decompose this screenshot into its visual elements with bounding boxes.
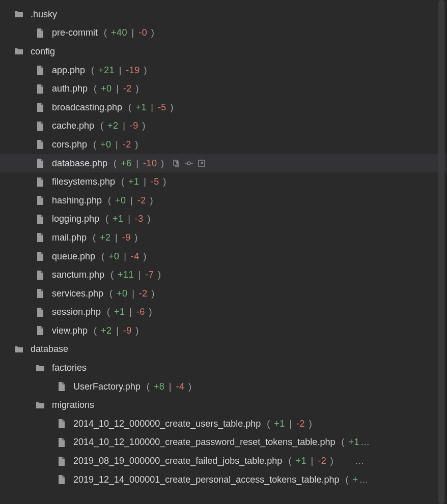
file-row[interactable]: 2014_10_12_100000_create_password_reset_… <box>0 433 446 452</box>
file-name: database.php <box>52 158 107 169</box>
file-row[interactable]: mail.php( +2 | -9 ) <box>0 228 446 247</box>
file-row[interactable]: 2014_10_12_000000_create_users_table.php… <box>0 414 446 433</box>
file-name: app.php <box>52 65 85 76</box>
file-row[interactable]: UserFactory.php( +8 | -4 ) <box>0 377 446 396</box>
separator: | <box>116 139 118 150</box>
folder-row[interactable]: database <box>0 340 446 359</box>
deletions: -10 <box>143 158 157 168</box>
paren-close: ) <box>142 121 146 131</box>
deletions: -5 <box>151 176 159 187</box>
diff-stats: ( +40 | -0 ) <box>103 27 155 38</box>
file-row[interactable]: view.php( +2 | -9 ) <box>0 321 446 340</box>
additions: +2 <box>107 121 119 131</box>
folder-icon <box>35 363 46 374</box>
paren-close: ) <box>161 158 164 168</box>
paren-open: ( <box>101 251 105 261</box>
folder-row[interactable]: config <box>0 42 446 61</box>
deletions: -2 <box>139 288 148 299</box>
file-row[interactable]: cache.php( +2 | -9 ) <box>0 117 446 136</box>
folder-name: .husky <box>31 9 57 20</box>
file-row[interactable]: pre-commit( +40 | -0 ) <box>0 24 446 43</box>
separator: | <box>169 381 172 392</box>
file-row[interactable]: filesystems.php( +1 | -5 ) <box>0 172 446 191</box>
diff-stats: ( +0 | -2 ) <box>107 195 154 206</box>
svg-point-1 <box>187 162 190 165</box>
folder-icon <box>13 344 24 355</box>
diff-stats: ( +2 | -9 ) <box>93 325 140 336</box>
diff-stats: ( +1 | -6 ) <box>106 307 153 317</box>
file-row[interactable]: 2019_12_14_000001_create_personal_access… <box>0 470 446 489</box>
file-row[interactable]: database.php( +6 | -10 ) <box>0 154 446 173</box>
deletions: -9 <box>130 121 138 131</box>
separator: | <box>129 307 132 317</box>
file-name: 2019_12_14_000001_create_personal_access… <box>73 475 339 485</box>
additions: +1 <box>128 176 139 187</box>
deletions: -3 <box>135 214 144 224</box>
copy-path-icon[interactable] <box>172 159 180 167</box>
paren-open: ( <box>93 232 96 243</box>
folder-row[interactable]: .husky <box>0 5 446 24</box>
separator: | <box>116 83 119 94</box>
folder-icon <box>13 9 24 20</box>
deletions: -4 <box>131 251 139 261</box>
folder-name: migrations <box>52 400 94 410</box>
file-icon <box>35 288 46 299</box>
folder-row[interactable]: migrations <box>0 396 446 414</box>
paren-open: ( <box>110 270 114 280</box>
file-row[interactable]: cors.php( +0 | -2 ) <box>0 135 446 154</box>
deletions: -2 <box>296 419 305 429</box>
paren-close: ) <box>330 456 334 466</box>
file-name: session.php <box>52 307 101 317</box>
file-name: 2019_08_19_000000_create_failed_jobs_tab… <box>73 456 282 466</box>
file-row[interactable]: session.php( +1 | -6 ) <box>0 303 446 322</box>
view-diff-icon[interactable] <box>184 160 193 166</box>
stats-truncated: ( +… <box>344 475 370 485</box>
additions: +6 <box>121 158 132 168</box>
file-name: auth.php <box>52 83 88 94</box>
additions: +0 <box>101 83 112 94</box>
paren-close: ) <box>163 176 166 187</box>
separator: | <box>116 325 119 336</box>
file-row[interactable]: sanctum.php( +11 | -7 ) <box>0 265 446 284</box>
folder-name: database <box>31 344 68 354</box>
file-name: 2014_10_12_100000_create_password_reset_… <box>73 437 335 448</box>
file-name: pre-commit <box>52 27 98 38</box>
file-row[interactable]: app.php( +21 | -19 ) <box>0 61 446 80</box>
file-icon <box>56 456 67 467</box>
diff-stats: ( +11 | -7 ) <box>109 270 162 280</box>
scrollbar[interactable] <box>438 0 444 504</box>
paren-close: ) <box>144 65 147 75</box>
deletions: -19 <box>126 65 140 75</box>
open-file-icon[interactable] <box>198 159 206 167</box>
additions: +1 <box>114 307 125 317</box>
separator: | <box>119 65 122 75</box>
diff-stats: ( +… <box>344 475 370 485</box>
additions: +40 <box>111 27 127 38</box>
file-name: services.php <box>52 288 103 299</box>
file-row[interactable]: services.php( +0 | -2 ) <box>0 284 446 303</box>
file-name: broadcasting.php <box>52 102 122 113</box>
file-icon <box>35 251 46 262</box>
folder-row[interactable]: factories <box>0 359 446 377</box>
file-row[interactable]: logging.php( +1 | -3 ) <box>0 210 446 229</box>
additions: +0 <box>117 288 128 299</box>
folder-icon <box>35 400 46 411</box>
additions: +1 <box>274 419 285 429</box>
stats-truncated: ( +1… <box>340 437 371 447</box>
file-row[interactable]: auth.php( +0 | -2 ) <box>0 79 446 98</box>
file-row[interactable]: queue.php( +0 | -4 ) <box>0 247 446 266</box>
file-name: sanctum.php <box>52 270 104 280</box>
file-row[interactable]: 2019_08_19_000000_create_failed_jobs_tab… <box>0 452 446 470</box>
file-icon <box>35 270 46 281</box>
file-row[interactable]: broadcasting.php( +1 | -5 ) <box>0 98 446 117</box>
deletions: -2 <box>137 195 146 205</box>
file-icon <box>35 307 46 318</box>
additions: +2 <box>100 232 111 243</box>
additions: +1 <box>295 456 306 466</box>
file-row[interactable]: hashing.php( +0 | -2 ) <box>0 191 446 210</box>
paren-open: ( <box>288 456 292 466</box>
paren-open: ( <box>104 27 107 38</box>
file-icon <box>35 83 46 95</box>
deletions: -6 <box>136 307 145 317</box>
separator: | <box>124 251 126 261</box>
